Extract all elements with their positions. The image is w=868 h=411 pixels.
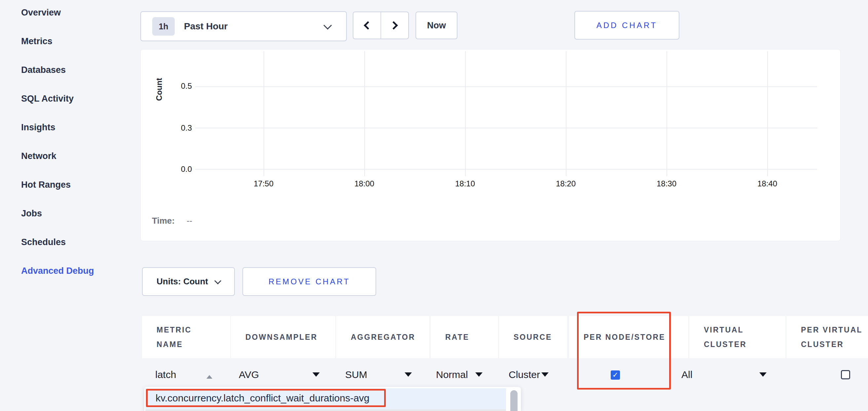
- time-range-label: Past Hour: [184, 21, 227, 32]
- x-tick-label: 18:30: [657, 179, 676, 189]
- x-tick-label: 18:00: [354, 179, 374, 189]
- list-item-divider: [145, 409, 506, 411]
- now-button[interactable]: Now: [415, 11, 458, 39]
- hover-time-caption: Time: --: [152, 216, 192, 226]
- caret-down-icon[interactable]: [312, 372, 320, 377]
- checkmark-icon: ✓: [611, 370, 620, 380]
- virtual-cluster-select[interactable]: All: [681, 370, 692, 380]
- table-column-header: SOURCE: [499, 316, 567, 358]
- table-column-header-label: PER VIRTUAL CLUSTER: [801, 322, 868, 352]
- table-column-header: PER VIRTUAL CLUSTER: [786, 316, 868, 358]
- sidebar-item[interactable]: Overview: [21, 8, 94, 18]
- table-column-header-label: AGGREGATOR: [351, 330, 415, 344]
- gridline-vertical: [666, 51, 667, 176]
- sidebar-item[interactable]: Jobs: [21, 208, 94, 218]
- gridline-vertical: [767, 51, 768, 176]
- sort-asc-icon[interactable]: [207, 375, 212, 379]
- time-range-select[interactable]: 1h Past Hour: [141, 11, 347, 41]
- per-node-store-checkbox[interactable]: ✓: [611, 370, 620, 380]
- time-pager: [353, 11, 409, 39]
- caret-down-icon[interactable]: [541, 372, 549, 377]
- rate-select[interactable]: Normal: [436, 370, 468, 380]
- add-chart-button[interactable]: ADD CHART: [575, 11, 679, 40]
- gridline-vertical: [364, 51, 365, 176]
- caret-down-icon[interactable]: [405, 372, 412, 377]
- gridline-horizontal: [195, 128, 817, 128]
- x-tick-label: 18:10: [455, 179, 475, 189]
- gridline-vertical: [465, 51, 466, 176]
- sidebar-item[interactable]: Network: [21, 151, 94, 161]
- metric-name-input[interactable]: latch: [155, 370, 176, 380]
- sidebar-item[interactable]: Schedules: [21, 237, 94, 247]
- chevron-left-icon: [364, 21, 372, 29]
- sidebar-item[interactable]: Advanced Debug: [21, 266, 94, 276]
- y-tick-label: 0.3: [154, 123, 192, 133]
- table-column-header-label: PER NODE/STORE: [584, 330, 668, 344]
- metric-suggestions-dropdown: kv.concurrency.latch_conflict_wait_durat…: [144, 387, 521, 411]
- gridline-vertical: [264, 51, 264, 176]
- table-column-header-label: VIRTUAL CLUSTER: [704, 322, 785, 352]
- chevron-down-icon: [323, 21, 332, 29]
- sidebar-nav: Overview Metrics Databases SQL Activity …: [21, 8, 94, 276]
- time-caption-label: Time:: [152, 216, 175, 226]
- next-range-button[interactable]: [380, 12, 408, 39]
- table-column-header: AGGREGATOR: [336, 316, 429, 358]
- x-tick-label: 18:20: [556, 179, 576, 189]
- prev-range-button[interactable]: [353, 12, 380, 39]
- table-column-header: VIRTUAL CLUSTER: [689, 316, 785, 358]
- y-tick-label: 0.5: [154, 81, 192, 91]
- caret-down-icon[interactable]: [475, 372, 483, 377]
- table-column-header: METRIC NAME: [142, 316, 230, 358]
- downsampler-select[interactable]: AVG: [239, 370, 259, 380]
- source-select[interactable]: Cluster: [509, 370, 540, 380]
- sidebar-item[interactable]: Hot Ranges: [21, 180, 94, 190]
- table-column-header: RATE: [431, 316, 498, 358]
- units-select-label: Units: Count: [157, 276, 208, 287]
- gridline-horizontal: [195, 169, 817, 170]
- custom-chart-card[interactable]: Count 0.5 0.3 0.0 17:50 18:00 18:10 18:2…: [141, 49, 841, 241]
- units-select[interactable]: Units: Count: [142, 267, 235, 296]
- sidebar-item[interactable]: Metrics: [21, 36, 94, 46]
- gridline-vertical: [566, 51, 566, 176]
- table-column-header: PER NODE/STORE: [569, 316, 688, 358]
- per-virtual-cluster-checkbox[interactable]: [841, 370, 850, 379]
- sidebar-item[interactable]: Databases: [21, 65, 94, 75]
- time-range-badge: 1h: [152, 17, 175, 36]
- scrollbar-thumb[interactable]: [510, 390, 518, 411]
- table-column-header: DOWNSAMPLER: [231, 316, 335, 358]
- y-tick-label: 0.0: [154, 164, 192, 174]
- table-column-header-label: DOWNSAMPLER: [245, 330, 317, 344]
- chevron-down-icon: [214, 277, 221, 284]
- chevron-right-icon: [390, 21, 398, 29]
- table-column-header-label: SOURCE: [514, 330, 552, 344]
- x-tick-label: 18:40: [757, 179, 777, 189]
- time-caption-value: --: [187, 216, 192, 226]
- caret-down-icon[interactable]: [760, 372, 767, 377]
- table-column-header-label: METRIC NAME: [157, 322, 214, 352]
- table-column-header-label: RATE: [445, 330, 469, 344]
- aggregator-select[interactable]: SUM: [345, 370, 367, 380]
- x-tick-label: 17:50: [254, 179, 274, 189]
- gridline-horizontal: [195, 87, 817, 87]
- metric-table-header: METRIC NAME DOWNSAMPLER AGGREGATOR RATE …: [0, 316, 868, 358]
- metric-suggestion-item[interactable]: kv.concurrency.latch_conflict_wait_durat…: [145, 388, 506, 409]
- remove-chart-button[interactable]: REMOVE CHART: [242, 267, 376, 296]
- sidebar-item[interactable]: SQL Activity: [21, 94, 94, 104]
- sidebar-item[interactable]: Insights: [21, 123, 94, 132]
